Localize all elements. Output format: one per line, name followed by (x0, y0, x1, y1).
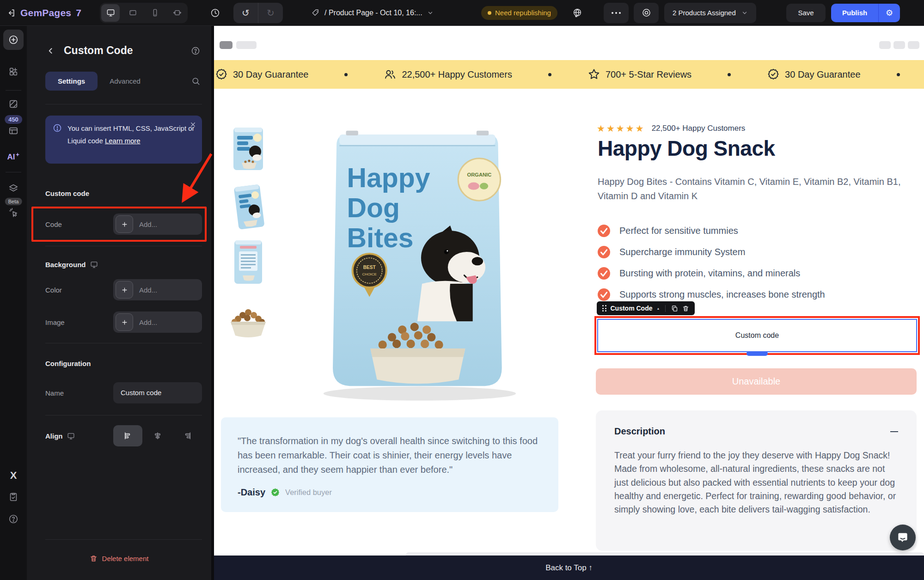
medal-text-2: CHOICE (362, 272, 377, 276)
code-field-label: Code (45, 214, 62, 235)
redo-button[interactable]: ↻ (258, 3, 283, 23)
package-word-2: Dog (347, 193, 400, 223)
package-word-3: Bites (347, 223, 414, 253)
product-subtitle[interactable]: Happy Dog Bites - Contains Vitamin C, Vi… (598, 175, 921, 203)
publish-settings-gear-icon[interactable]: ⚙ (878, 4, 900, 22)
ai-assistant-button[interactable]: AI (7, 153, 20, 162)
back-button[interactable] (46, 46, 55, 55)
color-add-button[interactable]: Add... (113, 279, 202, 300)
more-actions-button[interactable] (604, 3, 629, 23)
drag-handle-icon[interactable] (602, 305, 606, 311)
marquee-item: 22,500+ Happy Customers (384, 68, 512, 81)
benefit-item[interactable]: Perfect for sensitive tummies (598, 225, 825, 237)
undo-button[interactable]: ↺ (233, 3, 258, 23)
delete-element-button[interactable]: Delete element (27, 555, 211, 562)
description-accordion-header[interactable]: Description (614, 426, 898, 437)
product-thumbnail-1[interactable] (220, 124, 276, 173)
testimonial-author: -Daisy (238, 487, 265, 498)
product-main-image[interactable]: Happy Dog Bites ORGANIC BEST CHOICE (283, 105, 561, 406)
tablet-view-button[interactable] (123, 4, 142, 22)
status-badge-label: Need republishing (495, 9, 551, 17)
background-label-text: Background (45, 261, 86, 269)
product-title[interactable]: Happy Dog Snack (598, 136, 775, 161)
image-field-label: Image (45, 311, 65, 333)
rail-divider (6, 90, 21, 91)
breadcrumb[interactable]: / Product Page - Oct 10, 16:... (312, 9, 434, 17)
info-icon (53, 123, 62, 156)
element-resize-handle[interactable] (747, 351, 768, 356)
desktop-view-button[interactable] (101, 4, 120, 22)
localization-button[interactable] (572, 8, 582, 18)
tab-settings[interactable]: Settings (45, 72, 98, 91)
align-center-button[interactable] (143, 425, 172, 446)
marquee-item: 30 Day Guarantee (215, 68, 308, 81)
panel-tabs: Settings Advanced (45, 72, 200, 91)
check-circle-icon (598, 288, 610, 301)
benefit-label: Perfect for sensitive tummies (619, 226, 738, 236)
benefit-item[interactable]: Bursting with protein, vitamins, and min… (598, 267, 825, 280)
x-social-icon[interactable]: X (10, 470, 17, 482)
interactions-button[interactable] (8, 207, 18, 217)
tasks-clipboard-button[interactable] (8, 492, 18, 502)
align-button-group (113, 425, 202, 446)
publish-button[interactable]: Publish (831, 4, 878, 22)
image-add-button[interactable]: Add... (113, 311, 202, 333)
status-badge: Need republishing (481, 6, 557, 20)
delete-icon[interactable] (682, 305, 689, 312)
product-thumbnail-3[interactable] (220, 238, 276, 287)
product-thumbnail-2[interactable] (220, 182, 276, 231)
unavailable-button[interactable]: Unavailable (596, 368, 917, 395)
caret-up-icon[interactable]: ▲ (657, 307, 660, 310)
preview-button[interactable] (634, 3, 659, 23)
learn-more-link[interactable]: Learn more (105, 136, 141, 147)
sections-library-button[interactable] (8, 67, 18, 77)
skeleton-pill (908, 41, 919, 49)
badge-check-icon (767, 68, 780, 81)
duplicate-icon[interactable] (671, 305, 678, 312)
testimonial-block[interactable]: "The transformation in my dog's overall … (221, 417, 558, 512)
marquee-label: 700+ 5-Star Reviews (606, 69, 691, 80)
color-field-label: Color (45, 279, 62, 300)
save-button[interactable]: Save (786, 4, 826, 22)
settings-panel: Custom Code Settings Advanced You can in… (27, 26, 211, 580)
rating-row: ★★★★★ 22,500+ Happy Customers (597, 123, 745, 134)
benefit-item[interactable]: Supercharge immunity System (598, 246, 825, 258)
search-icon[interactable] (191, 77, 200, 85)
tab-advanced[interactable]: Advanced (110, 77, 141, 85)
products-assigned-button[interactable]: 2 Products Assigned (664, 3, 756, 23)
layers-button[interactable] (8, 183, 18, 193)
name-input[interactable]: Custom code (113, 382, 202, 403)
chevron-down-icon (741, 10, 748, 16)
banner-close-icon[interactable] (190, 122, 196, 128)
align-right-button[interactable] (173, 425, 202, 446)
align-left-button[interactable] (113, 425, 142, 446)
custom-code-element[interactable]: Custom code (597, 319, 917, 352)
products-assigned-label: 2 Products Assigned (673, 9, 736, 17)
align-label-text: Align (45, 432, 63, 440)
benefit-item[interactable]: Supports strong muscles, increases bone … (598, 288, 825, 301)
star-icon (587, 68, 600, 81)
back-to-top-bar[interactable]: Back to Top ↑ (214, 556, 924, 580)
exit-editor-icon[interactable] (6, 8, 16, 18)
add-element-button[interactable] (3, 30, 24, 50)
plus-icon (116, 215, 133, 233)
badge-check-icon (215, 68, 228, 81)
benefits-list: Perfect for sensitive tummies Supercharg… (598, 225, 825, 310)
skeleton-pill (879, 41, 891, 49)
mobile-view-button[interactable] (146, 4, 164, 22)
chat-bubble-icon (896, 531, 909, 544)
element-toolbar: Custom Code ▲ (597, 301, 695, 315)
product-thumbnail-4[interactable] (220, 292, 276, 341)
help-button[interactable] (8, 514, 18, 524)
code-add-button[interactable]: Add... (113, 214, 202, 235)
panel-help-icon[interactable] (191, 46, 200, 55)
tag-icon (312, 9, 320, 17)
publish-split-button: Publish ⚙ (831, 4, 900, 22)
history-clock-button[interactable] (210, 8, 220, 18)
theme-styles-button[interactable] (8, 99, 18, 109)
announcement-marquee[interactable]: 30 Day Guarantee 22,500+ Happy Customers… (214, 60, 924, 89)
chat-launcher-button[interactable] (890, 525, 916, 550)
logo-group[interactable]: GemPages 7 (6, 7, 81, 18)
template-library-button[interactable] (8, 126, 18, 136)
responsive-view-button[interactable] (168, 4, 186, 22)
